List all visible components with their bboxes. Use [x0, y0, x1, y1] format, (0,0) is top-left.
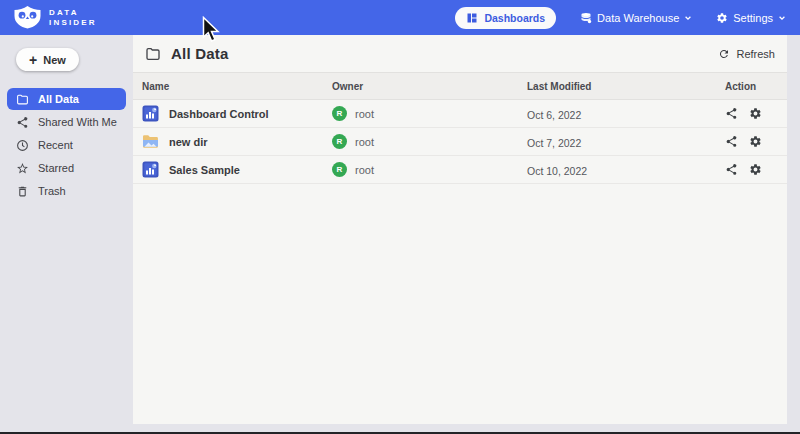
dashboard-grid-icon — [466, 12, 478, 24]
owner-name: root — [355, 136, 374, 148]
dashboard-file-icon — [142, 105, 159, 122]
sidebar-item-recent[interactable]: Recent — [7, 134, 126, 156]
settings-label: Settings — [733, 12, 773, 24]
sidebar-item-shared-with-me[interactable]: Shared With Me — [7, 111, 126, 133]
sidebar-item-starred[interactable]: Starred — [7, 157, 126, 179]
last-modified-date: Oct 6, 2022 — [527, 109, 581, 121]
table-row[interactable]: Dashboard Control R root Oct 6, 2022 — [133, 100, 787, 128]
table-row[interactable]: new dir R root Oct 7, 2022 — [133, 128, 787, 156]
data-warehouse-label: Data Warehouse — [597, 12, 679, 24]
sidebar-nav: All Data Shared With Me Recent — [0, 88, 133, 202]
content-header: All Data Refresh — [133, 35, 787, 73]
top-navigation: Dashboards Data Warehouse Settings — [455, 7, 786, 29]
last-modified-date: Oct 7, 2022 — [527, 137, 581, 149]
column-header-action: Action — [722, 81, 787, 92]
sidebar-item-trash[interactable]: Trash — [7, 180, 126, 202]
share-icon[interactable] — [725, 107, 738, 120]
star-icon — [16, 162, 29, 175]
file-name: Sales Sample — [169, 164, 240, 176]
table-body: Dashboard Control R root Oct 6, 2022 — [133, 100, 787, 184]
refresh-label: Refresh — [736, 48, 775, 60]
owner-avatar: R — [332, 106, 347, 121]
share-icon — [16, 116, 29, 129]
new-button-label: New — [43, 54, 66, 66]
file-name: new dir — [169, 136, 208, 148]
app-window: DATA INSIDER Dashboards Data Warehouse — [0, 0, 800, 434]
brand-name: DATA INSIDER — [49, 8, 97, 28]
trash-icon — [16, 185, 29, 198]
owner-name: root — [355, 108, 374, 120]
owner-name: root — [355, 164, 374, 176]
top-header: DATA INSIDER Dashboards Data Warehouse — [0, 0, 800, 35]
sidebar-item-label: Recent — [38, 139, 73, 151]
dashboards-button[interactable]: Dashboards — [455, 7, 556, 29]
folder-icon — [16, 93, 29, 106]
refresh-button[interactable]: Refresh — [718, 48, 775, 60]
chevron-down-icon — [778, 14, 786, 22]
dashboards-label: Dashboards — [484, 12, 545, 24]
file-name: Dashboard Control — [169, 108, 269, 120]
chevron-down-icon — [684, 14, 692, 22]
table-header: Name Owner Last Modified Action — [133, 73, 787, 100]
column-header-owner: Owner — [332, 81, 527, 92]
owner-avatar: R — [332, 162, 347, 177]
column-header-last-modified: Last Modified — [527, 81, 722, 92]
table-row[interactable]: Sales Sample R root Oct 10, 2022 — [133, 156, 787, 184]
folder-file-icon — [142, 133, 159, 150]
last-modified-date: Oct 10, 2022 — [527, 165, 587, 177]
gear-icon[interactable] — [749, 163, 762, 176]
share-icon[interactable] — [725, 135, 738, 148]
sidebar: + New All Data Shared With Me — [0, 35, 133, 434]
content-card: All Data Refresh Name Owner Last Modifie… — [133, 35, 787, 424]
folder-icon — [145, 46, 161, 62]
sidebar-item-all-data[interactable]: All Data — [7, 88, 126, 110]
plus-icon: + — [29, 53, 37, 67]
settings-menu[interactable]: Settings — [716, 12, 786, 24]
database-icon — [580, 12, 592, 24]
new-button[interactable]: + New — [16, 48, 79, 71]
gear-icon[interactable] — [749, 135, 762, 148]
gear-icon[interactable] — [749, 107, 762, 120]
refresh-icon — [718, 48, 730, 60]
sidebar-item-label: All Data — [38, 93, 79, 105]
page-title: All Data — [171, 45, 228, 62]
sidebar-item-label: Starred — [38, 162, 74, 174]
sidebar-item-label: Trash — [38, 185, 66, 197]
clock-icon — [16, 139, 29, 152]
column-header-name: Name — [133, 81, 332, 92]
sidebar-item-label: Shared With Me — [38, 116, 117, 128]
share-icon[interactable] — [725, 163, 738, 176]
dashboard-file-icon — [142, 161, 159, 178]
brand-logo: DATA INSIDER — [14, 6, 97, 29]
owl-logo-icon — [14, 6, 41, 29]
data-warehouse-menu[interactable]: Data Warehouse — [580, 12, 692, 24]
owner-avatar: R — [332, 134, 347, 149]
gear-icon — [716, 12, 728, 24]
